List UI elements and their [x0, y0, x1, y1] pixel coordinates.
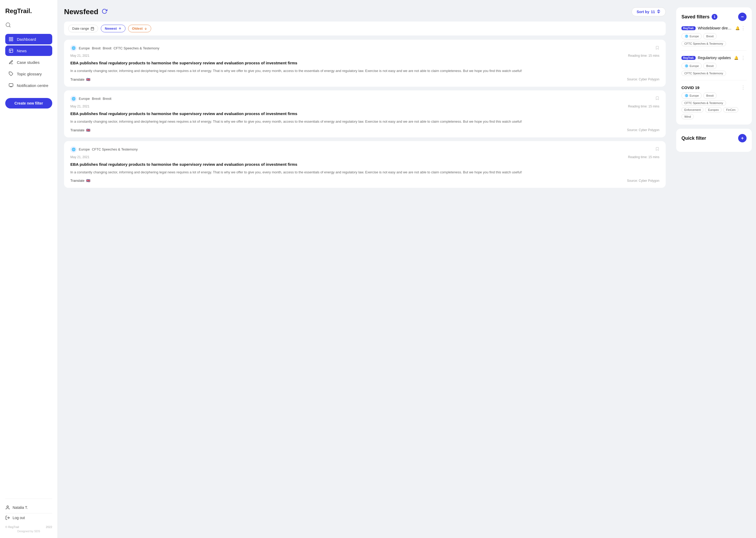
saved-filter-row-3: COVID 19 ⋮ [682, 84, 746, 90]
more-options-2[interactable]: ⋮ [740, 55, 746, 61]
quick-filter-panel: Quick filter + [676, 129, 752, 152]
saved-filter-row-2: RegTrail. Regulartory updates 🔔 ⋮ [682, 55, 746, 61]
sidebar-item-case-studies[interactable]: Case studies [5, 57, 52, 68]
designer-credit: Designed by SDS [5, 530, 52, 533]
main-header: Newsfeed Sort by 11 [64, 7, 666, 16]
article-body-3: In a constantly changing sector, informi… [71, 170, 659, 175]
create-new-filter-button[interactable]: Create new filter [5, 98, 52, 108]
bell-icon-1: 🔔 [735, 26, 740, 30]
calendar-icon [91, 27, 94, 30]
refresh-button[interactable] [102, 8, 107, 16]
svg-rect-2 [9, 37, 11, 39]
sort-label: Sort by [637, 10, 649, 14]
user-icon [5, 505, 10, 510]
article-body-2: In a constantly changing sector, informi… [71, 119, 659, 125]
article-card-2: 🌐 Europe Brexit Brexit May 21, 2021 Read… [64, 90, 666, 137]
newest-filter[interactable]: Newest [101, 25, 125, 32]
article-date-1: May 21, 2021 [71, 54, 89, 58]
translate-button-1[interactable]: Translate 🇬🇧 [71, 78, 90, 81]
saved-filters-title: Saved filters 1 [682, 14, 717, 20]
sidebar-item-topic-glossary[interactable]: Topic glossary [5, 69, 52, 79]
saved-filters-header: Saved filters 1 − [682, 13, 746, 21]
logout-label: Log out [13, 516, 25, 520]
sidebar-item-dashboard[interactable]: Dashboard [5, 34, 52, 44]
oldest-filter[interactable]: Oldest [128, 25, 151, 32]
saved-filters-count: 1 [712, 14, 717, 20]
main-content: Newsfeed Sort by 11 Date range Newest Ol… [58, 0, 672, 538]
filter-name-1: Whistleblower directive and some n [698, 26, 732, 30]
article-tags-1: 🌐 Europe Brexit Brexit CFTC Speeches & T… [71, 45, 659, 51]
article-date-3: May 21, 2021 [71, 155, 89, 159]
filter-tags-3: 🌐Europe Brexit CFTC Speeches & Testemony… [682, 92, 746, 119]
article-card-1: 🌐 Europe Brexit Brexit CFTC Speeches & T… [64, 40, 666, 87]
article-card-3: 🌐 Europe CFTC Speeches & Testemony May 2… [64, 141, 666, 188]
saved-filter-3: COVID 19 ⋮ 🌐Europe Brexit CFTC Speeches … [682, 84, 746, 119]
logout-icon [5, 515, 10, 520]
svg-rect-4 [12, 40, 13, 41]
article-footer-3: Translate 🇬🇧 Source: Cyber Polygon [71, 179, 659, 183]
article-source-2: Source: Cyber Polygon [627, 128, 659, 132]
sidebar-item-news[interactable]: News [5, 45, 52, 56]
add-quick-filter-button[interactable]: + [738, 134, 746, 142]
article-title-1: EBA publishes final regulatory products … [71, 60, 659, 66]
article-meta-2: May 21, 2021 Reading time: 15 mins [71, 105, 659, 108]
more-options-3[interactable]: ⋮ [740, 84, 746, 90]
svg-line-1 [9, 26, 10, 27]
article-date-2: May 21, 2021 [71, 105, 89, 108]
filter-name-2: Regulartory updates [698, 56, 731, 60]
article-meta-1: May 21, 2021 Reading time: 15 mins [71, 54, 659, 58]
notification-icon [8, 83, 14, 88]
svg-rect-14 [91, 27, 94, 30]
bookmark-button-3[interactable] [655, 147, 659, 152]
bell-icon-2: 🔔 [734, 56, 738, 60]
regtrail-badge-2: RegTrail. [682, 56, 696, 60]
article-tags-3: 🌐 Europe CFTC Speeches & Testemony [71, 146, 659, 153]
filter-name-3: COVID 19 [682, 85, 699, 90]
article-title-2: EBA publishes final regulatory products … [71, 111, 659, 116]
sort-icon [656, 10, 661, 14]
article-footer-1: Translate 🇬🇧 Source: Cyber Polygon [71, 78, 659, 81]
article-reading-time-2: Reading time: 15 mins [628, 105, 659, 108]
bookmark-button-1[interactable] [655, 46, 659, 51]
app-logo: RegTrail. [5, 7, 52, 15]
saved-filters-panel: Saved filters 1 − RegTrail. Whistleblowe… [676, 7, 752, 125]
page-title: Newsfeed [64, 8, 107, 16]
dashboard-icon [8, 36, 14, 42]
globe-icon-3: 🌐 [71, 146, 77, 153]
svg-point-11 [7, 506, 8, 507]
date-range-filter[interactable]: Date range [68, 25, 98, 32]
translate-button-2[interactable]: Translate 🇬🇧 [71, 128, 90, 132]
sidebar: RegTrail. Dashboard News Case studies [0, 0, 58, 538]
bookmark-button-2[interactable] [655, 96, 659, 101]
article-footer-2: Translate 🇬🇧 Source: Cyber Polygon [71, 128, 659, 132]
logout-button[interactable]: Log out [5, 513, 52, 522]
article-tags-2: 🌐 Europe Brexit Brexit [71, 96, 659, 102]
more-options-1[interactable]: ⋮ [740, 25, 746, 31]
arrow-up-icon [118, 27, 121, 30]
article-body-1: In a constantly changing sector, informi… [71, 68, 659, 74]
arrow-down-icon [144, 27, 147, 30]
svg-rect-6 [9, 49, 13, 53]
article-source-3: Source: Cyber Polygon [627, 179, 659, 183]
sidebar-item-notification-centre[interactable]: Notification centre [5, 80, 52, 91]
globe-icon-2: 🌐 [71, 96, 77, 102]
user-name: Natalia T. [13, 506, 28, 510]
svg-rect-3 [12, 37, 13, 39]
regtrail-badge-1: RegTrail. [682, 26, 696, 30]
saved-filter-1: RegTrail. Whistleblower directive and so… [682, 25, 746, 51]
article-reading-time-1: Reading time: 15 mins [628, 54, 659, 58]
sort-button[interactable]: Sort by 11 [632, 7, 666, 16]
search-icon [5, 22, 11, 28]
sidebar-nav: Dashboard News Case studies Topic glossa… [5, 34, 52, 91]
filter-bar: Date range Newest Oldest [64, 22, 666, 35]
sidebar-footer: Natalia T. Log out © RegTrail 2022 Desig… [5, 499, 52, 533]
article-meta-3: May 21, 2021 Reading time: 15 mins [71, 155, 659, 159]
translate-button-3[interactable]: Translate 🇬🇧 [71, 179, 90, 183]
search-button[interactable] [5, 22, 52, 28]
article-reading-time-3: Reading time: 15 mins [628, 155, 659, 159]
sort-number: 11 [651, 10, 655, 14]
right-panel: Saved filters 1 − RegTrail. Whistleblowe… [672, 0, 756, 538]
collapse-saved-filters-button[interactable]: − [738, 13, 746, 21]
article-source-1: Source: Cyber Polygon [627, 78, 659, 81]
user-profile: Natalia T. [5, 503, 52, 512]
